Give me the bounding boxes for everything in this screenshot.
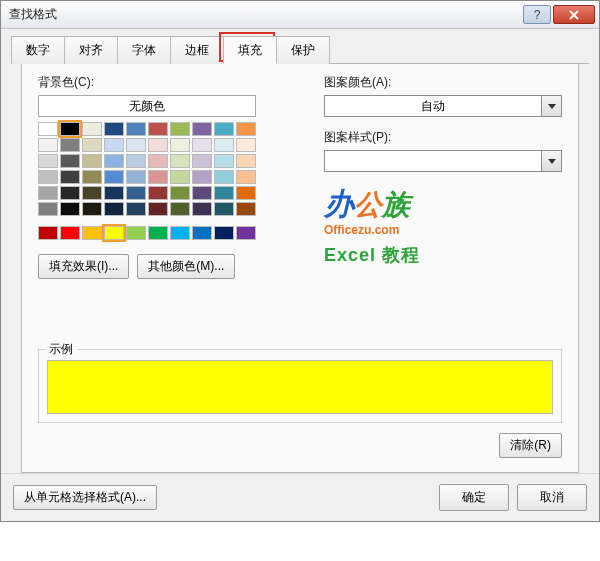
color-swatch[interactable] [60, 138, 80, 152]
tab-1[interactable]: 对齐 [64, 36, 118, 64]
color-swatch[interactable] [170, 154, 190, 168]
pattern-color-label: 图案颜色(A): [324, 74, 562, 91]
color-swatch[interactable] [126, 138, 146, 152]
color-swatch[interactable] [236, 154, 256, 168]
color-swatch[interactable] [82, 226, 102, 240]
color-swatch[interactable] [214, 122, 234, 136]
color-swatch[interactable] [104, 154, 124, 168]
help-button[interactable]: ? [523, 5, 551, 24]
color-swatch[interactable] [214, 138, 234, 152]
color-swatch[interactable] [38, 226, 58, 240]
color-swatch[interactable] [104, 226, 124, 240]
color-swatch[interactable] [148, 226, 168, 240]
tab-2[interactable]: 字体 [117, 36, 171, 64]
color-swatch[interactable] [192, 122, 212, 136]
from-cell-format-button[interactable]: 从单元格选择格式(A)... [13, 485, 157, 510]
close-button[interactable] [553, 5, 595, 24]
dialog-footer: 从单元格选择格式(A)... 确定 取消 [1, 473, 599, 521]
color-swatch[interactable] [60, 186, 80, 200]
color-swatch[interactable] [148, 170, 168, 184]
tab-4[interactable]: 填充 [223, 36, 277, 64]
color-swatch[interactable] [60, 154, 80, 168]
color-swatch[interactable] [214, 202, 234, 216]
color-swatch[interactable] [148, 154, 168, 168]
color-swatch[interactable] [104, 138, 124, 152]
color-swatch[interactable] [126, 226, 146, 240]
watermark: 办 公 族 Officezu.com Excel 教程 [324, 184, 562, 267]
color-swatch[interactable] [60, 122, 80, 136]
color-swatch[interactable] [60, 226, 80, 240]
color-swatch[interactable] [126, 154, 146, 168]
find-format-dialog: 查找格式 ? 数字对齐字体边框填充保护 背景色(C): 无颜色 填充效果(I).… [0, 0, 600, 522]
color-swatch[interactable] [170, 186, 190, 200]
tabs: 数字对齐字体边框填充保护 [11, 35, 589, 64]
pattern-style-select[interactable] [324, 150, 562, 172]
tab-5[interactable]: 保护 [276, 36, 330, 64]
color-swatch[interactable] [82, 202, 102, 216]
color-swatch[interactable] [170, 170, 190, 184]
ok-button[interactable]: 确定 [439, 484, 509, 511]
color-swatch[interactable] [192, 226, 212, 240]
color-swatch[interactable] [236, 186, 256, 200]
color-swatch[interactable] [148, 138, 168, 152]
color-swatch[interactable] [148, 122, 168, 136]
color-swatch[interactable] [236, 170, 256, 184]
color-swatch[interactable] [148, 202, 168, 216]
color-swatch[interactable] [192, 138, 212, 152]
color-swatch[interactable] [38, 202, 58, 216]
color-swatch[interactable] [104, 202, 124, 216]
color-swatch[interactable] [214, 226, 234, 240]
pattern-color-select[interactable]: 自动 [324, 95, 562, 117]
color-swatch[interactable] [60, 202, 80, 216]
color-swatch[interactable] [82, 122, 102, 136]
color-swatch[interactable] [126, 170, 146, 184]
color-swatch[interactable] [192, 202, 212, 216]
dialog-title: 查找格式 [9, 6, 523, 23]
chevron-down-icon [548, 159, 556, 164]
color-swatch[interactable] [236, 202, 256, 216]
color-swatch[interactable] [214, 154, 234, 168]
fill-effects-button[interactable]: 填充效果(I)... [38, 254, 129, 279]
color-swatch[interactable] [192, 170, 212, 184]
fill-tab-content: 背景色(C): 无颜色 填充效果(I)... 其他颜色(M)... 图案颜色(A… [21, 64, 579, 473]
other-colors-button[interactable]: 其他颜色(M)... [137, 254, 235, 279]
close-icon [569, 10, 579, 20]
color-palette [38, 122, 288, 240]
color-swatch[interactable] [60, 170, 80, 184]
color-swatch[interactable] [126, 202, 146, 216]
color-swatch[interactable] [214, 170, 234, 184]
color-swatch[interactable] [236, 138, 256, 152]
color-swatch[interactable] [192, 186, 212, 200]
color-swatch[interactable] [170, 226, 190, 240]
color-swatch[interactable] [170, 138, 190, 152]
color-swatch[interactable] [38, 154, 58, 168]
tab-0[interactable]: 数字 [11, 36, 65, 64]
chevron-down-icon [548, 104, 556, 109]
pattern-color-dropdown-button[interactable] [542, 95, 562, 117]
color-swatch[interactable] [192, 154, 212, 168]
color-swatch[interactable] [236, 122, 256, 136]
color-swatch[interactable] [236, 226, 256, 240]
color-swatch[interactable] [170, 202, 190, 216]
color-swatch[interactable] [38, 170, 58, 184]
color-swatch[interactable] [82, 186, 102, 200]
color-swatch[interactable] [104, 122, 124, 136]
color-swatch[interactable] [82, 154, 102, 168]
no-color-button[interactable]: 无颜色 [38, 95, 256, 117]
color-swatch[interactable] [104, 170, 124, 184]
color-swatch[interactable] [170, 122, 190, 136]
color-swatch[interactable] [126, 122, 146, 136]
color-swatch[interactable] [126, 186, 146, 200]
color-swatch[interactable] [214, 186, 234, 200]
color-swatch[interactable] [104, 186, 124, 200]
pattern-style-dropdown-button[interactable] [542, 150, 562, 172]
color-swatch[interactable] [38, 122, 58, 136]
tab-3[interactable]: 边框 [170, 36, 224, 64]
color-swatch[interactable] [38, 186, 58, 200]
color-swatch[interactable] [38, 138, 58, 152]
clear-button[interactable]: 清除(R) [499, 433, 562, 458]
cancel-button[interactable]: 取消 [517, 484, 587, 511]
color-swatch[interactable] [82, 170, 102, 184]
color-swatch[interactable] [82, 138, 102, 152]
color-swatch[interactable] [148, 186, 168, 200]
